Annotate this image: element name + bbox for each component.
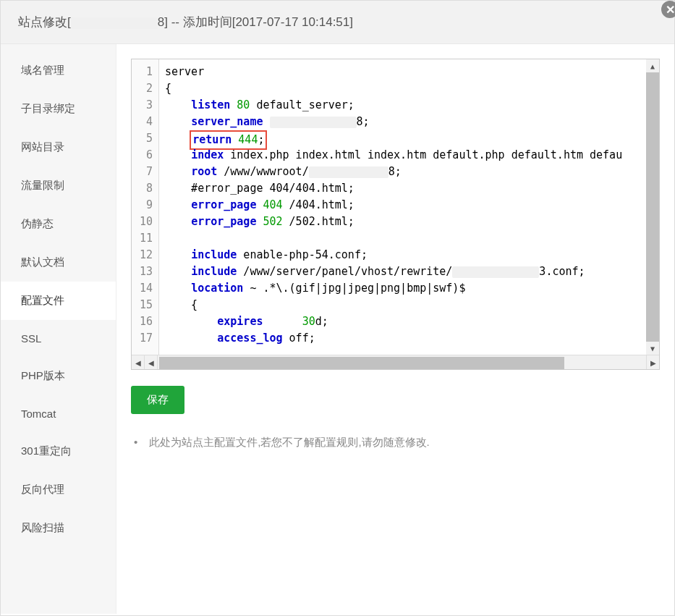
line-number: 11 <box>135 230 153 247</box>
code-editor[interactable]: 1234567891011121314151617 server{ listen… <box>131 59 660 370</box>
vertical-scroll-thumb[interactable] <box>646 72 659 342</box>
sidebar-item[interactable]: PHP版本 <box>1 357 116 395</box>
code-line: include enable-php-54.conf; <box>165 247 653 263</box>
code-line: server_name 8; <box>165 114 653 130</box>
sidebar-item[interactable]: 配置文件 <box>1 282 116 320</box>
sidebar-item[interactable]: 域名管理 <box>1 51 116 90</box>
line-number: 17 <box>135 330 153 347</box>
sidebar-item[interactable]: 子目录绑定 <box>1 90 116 128</box>
code-line: index index.php index.html index.htm def… <box>165 147 653 164</box>
sidebar-item[interactable]: SSL <box>1 320 116 357</box>
content-area: 1234567891011121314151617 server{ listen… <box>116 44 674 614</box>
sidebar-item[interactable]: 流量限制 <box>1 166 116 205</box>
save-button[interactable]: 保存 <box>131 386 184 414</box>
line-number: 14 <box>135 280 153 297</box>
code-line: listen 80 default_server; <box>165 97 653 114</box>
horizontal-scroll-thumb[interactable] <box>159 357 564 370</box>
horizontal-scrollbar[interactable]: ◀ ◀ ▶ <box>132 355 659 370</box>
sidebar-item[interactable]: 网站目录 <box>1 128 116 166</box>
modal-title-suffix: 8] -- 添加时间[2017-07-17 10:14:51] <box>158 15 353 29</box>
line-number: 13 <box>135 263 153 280</box>
code-lines[interactable]: server{ listen 80 default_server; server… <box>159 59 659 355</box>
code-line: access_log off; <box>165 330 653 347</box>
sidebar-item[interactable]: 反向代理 <box>1 471 116 509</box>
scroll-left-arrow-icon[interactable]: ◀ <box>132 355 145 371</box>
vertical-scrollbar[interactable]: ▲ ▼ <box>646 59 659 355</box>
config-note: 此处为站点主配置文件,若您不了解配置规则,请勿随意修改. <box>131 436 660 450</box>
scroll-right-arrow-icon[interactable]: ▶ <box>646 355 659 371</box>
code-line: error_page 502 /502.html; <box>165 214 653 230</box>
code-line: { <box>165 80 653 97</box>
line-number: 1 <box>135 64 153 80</box>
line-number: 16 <box>135 313 153 330</box>
line-number: 6 <box>135 147 153 164</box>
modal-title-prefix: 站点修改[ <box>18 15 71 29</box>
line-number: 12 <box>135 247 153 263</box>
modal-body: 域名管理子目录绑定网站目录流量限制伪静态默认文档配置文件SSLPHP版本Tomc… <box>1 44 674 614</box>
sidebar-item[interactable]: 301重定向 <box>1 432 116 471</box>
line-number: 4 <box>135 114 153 130</box>
code-line: #error_page 404/404.html; <box>165 180 653 197</box>
modal-container: 站点修改[8] -- 添加时间[2017-07-17 10:14:51] ✕ 域… <box>0 0 675 616</box>
close-icon[interactable]: ✕ <box>661 1 675 18</box>
code-line: { <box>165 297 653 313</box>
line-number: 9 <box>135 197 153 214</box>
modal-header: 站点修改[8] -- 添加时间[2017-07-17 10:14:51] ✕ <box>1 1 674 44</box>
sidebar: 域名管理子目录绑定网站目录流量限制伪静态默认文档配置文件SSLPHP版本Tomc… <box>1 44 116 614</box>
scroll-left-arrow-icon-2[interactable]: ◀ <box>145 355 158 371</box>
code-line: include /www/server/panel/vhost/rewrite/… <box>165 263 653 280</box>
line-number: 10 <box>135 214 153 230</box>
line-number: 3 <box>135 97 153 114</box>
scroll-up-arrow-icon[interactable]: ▲ <box>646 59 659 72</box>
code-line: server <box>165 64 653 80</box>
line-number: 5 <box>135 130 153 147</box>
code-line: location ~ .*\.(gif|jpg|jpeg|png|bmp|swf… <box>165 280 653 297</box>
sidebar-item[interactable]: 伪静态 <box>1 205 116 243</box>
sidebar-item[interactable]: Tomcat <box>1 395 116 432</box>
line-number: 2 <box>135 80 153 97</box>
line-number: 8 <box>135 180 153 197</box>
code-line: expires 30d; <box>165 313 653 330</box>
code-line: root /www/wwwroot/8; <box>165 164 653 180</box>
scroll-down-arrow-icon[interactable]: ▼ <box>646 342 659 355</box>
code-line: return 444; <box>165 130 653 147</box>
line-number: 15 <box>135 297 153 313</box>
code-line: error_page 404 /404.html; <box>165 197 653 214</box>
code-line <box>165 230 653 247</box>
sidebar-item[interactable]: 风险扫描 <box>1 509 116 547</box>
editor-body: 1234567891011121314151617 server{ listen… <box>132 59 659 355</box>
line-number: 7 <box>135 164 153 180</box>
hscroll-track[interactable] <box>158 355 646 371</box>
modal-title-redacted <box>71 17 158 29</box>
line-gutter: 1234567891011121314151617 <box>132 59 159 355</box>
sidebar-item[interactable]: 默认文档 <box>1 243 116 282</box>
